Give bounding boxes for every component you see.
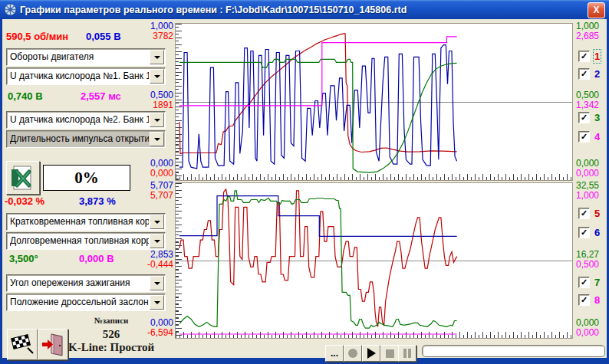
param-select-5[interactable]: Кратковременная топливная коррек: [6, 213, 166, 231]
lower-right-axis-min: 0,0000,000: [576, 318, 608, 338]
lower-chart-y-ticks: [176, 183, 182, 338]
pause-button[interactable]: [398, 345, 416, 362]
trace-4-number: 4: [594, 131, 600, 143]
lower-chart-traces: [176, 183, 571, 336]
upper-right-axis-min: 0,0000,000: [576, 159, 608, 179]
trace-5-toggle[interactable]: ✓ 5: [578, 208, 600, 219]
excel-export-button[interactable]: [6, 161, 40, 195]
app-window: Графики параметров реального времени : F…: [0, 0, 609, 364]
upper-chart-traces: [176, 24, 571, 179]
throttle-value: 0,000 В: [79, 253, 114, 264]
param-select-7[interactable]: Угол опережения зажигания: [6, 274, 166, 292]
window-border-left: [0, 19, 2, 358]
param-select-8[interactable]: Положение дроссельной заслонки №: [6, 293, 166, 311]
upper-chart[interactable]: [175, 23, 573, 181]
lower-left-axis-min: 0,000-6,594: [143, 318, 173, 338]
lower-chart-x-ticks: [176, 332, 572, 338]
app-icon: [4, 3, 17, 16]
upper-right-axis-mid: 0,5001,342: [576, 90, 608, 110]
titlebar[interactable]: Графики параметров реального времени : F…: [0, 0, 609, 19]
checkbox-checked[interactable]: ✓: [578, 294, 590, 306]
record-button[interactable]: [344, 345, 362, 362]
chevron-down-icon[interactable]: [150, 276, 164, 290]
playback-slider[interactable]: [422, 345, 605, 357]
trace-2-number: 2: [594, 68, 600, 80]
excel-icon: [10, 165, 36, 191]
lower-left-axis-max: 5,7075,707: [143, 181, 173, 201]
ignition-advance-value: 3,500°: [9, 253, 38, 264]
checkbox-checked[interactable]: ✓: [578, 277, 590, 288]
more-button[interactable]: ...: [325, 345, 344, 362]
finish-flag-button[interactable]: [7, 329, 38, 360]
checkbox-checked[interactable]: ✓: [578, 131, 590, 143]
trace-1-number: 1: [594, 51, 600, 62]
trace-5-number: 5: [594, 208, 600, 219]
lower-left-axis-mid: 2,853-0,444: [143, 250, 173, 270]
chevron-down-icon[interactable]: [150, 132, 164, 146]
checkbox-checked[interactable]: ✓: [578, 112, 590, 123]
param-select-1[interactable]: Обороты двигателя: [6, 48, 166, 66]
upper-chart-y-ticks: [176, 24, 182, 180]
trace-2-toggle[interactable]: ✓ 2: [578, 68, 600, 80]
kline-status: K-Line: Простой: [46, 341, 176, 354]
upper-left-axis-min: 0,0000,000: [143, 159, 173, 179]
lower-right-axis-max: 32,551,000: [576, 181, 608, 201]
record-icon: [348, 349, 357, 358]
chevron-down-icon[interactable]: [150, 234, 164, 248]
window-title: Графики параметров реального времени : F…: [20, 5, 407, 15]
upper-left-axis-mid: 0,5001891: [143, 90, 173, 110]
trace-4-toggle[interactable]: ✓ 4: [578, 131, 600, 143]
param-select-3[interactable]: U датчика кислорода №2. Банк 1: [6, 111, 166, 129]
injector-pulse-value: 2,557 мс: [81, 90, 121, 102]
checkbox-checked[interactable]: ✓: [578, 68, 590, 80]
o2-bank1-value: 0,055 В: [86, 31, 121, 42]
upper-right-axis-max: 1,0002,685: [576, 21, 608, 41]
stft-value: -0,032 %: [5, 195, 44, 207]
upper-left-axis-max: 1,0003782: [143, 21, 173, 41]
close-button[interactable]: X: [588, 2, 605, 18]
trace-6-toggle[interactable]: ✓ 6: [578, 227, 600, 238]
trace-7-toggle[interactable]: ✓ 7: [578, 277, 600, 288]
stop-button[interactable]: [380, 345, 399, 362]
trace-3-number: 3: [594, 112, 600, 123]
chevron-down-icon[interactable]: [150, 295, 164, 310]
checkbox-checked[interactable]: ✓: [578, 227, 590, 238]
param-select-6[interactable]: Долговременная топливная коррекц: [6, 232, 166, 250]
trace-8-number: 8: [594, 294, 600, 306]
o2-bank2-value: 0,740 В: [8, 90, 43, 102]
trace-7-number: 7: [594, 277, 600, 288]
chevron-down-icon[interactable]: [150, 113, 164, 127]
param-select-2[interactable]: U датчика кислорода №1. Банк 1: [6, 67, 166, 85]
stop-icon: [386, 349, 394, 358]
lower-right-axis-mid: 16,270,500: [576, 250, 608, 270]
play-icon: [367, 348, 376, 359]
lower-chart[interactable]: [175, 182, 573, 339]
ltft-value: 3,873 %: [79, 195, 116, 207]
rpm-value: 590,5 об/мин: [6, 31, 68, 42]
trace-6-number: 6: [594, 227, 600, 238]
trace-3-toggle[interactable]: ✓ 3: [578, 112, 600, 123]
trace-8-toggle[interactable]: ✓ 8: [578, 294, 600, 306]
upper-chart-x-ticks: [176, 174, 572, 180]
checkbox-checked[interactable]: ✓: [578, 51, 590, 62]
pause-icon: [403, 349, 411, 358]
chevron-down-icon[interactable]: [150, 215, 164, 229]
chevron-down-icon[interactable]: [150, 50, 164, 64]
play-button[interactable]: [362, 345, 380, 362]
window-border-bottom: [0, 358, 609, 364]
checkered-flag-icon: [10, 333, 35, 357]
checkbox-checked[interactable]: ✓: [578, 208, 590, 219]
progress-indicator: 0%: [43, 165, 130, 191]
param-select-4[interactable]: Длительность импульса открытия ф: [6, 130, 166, 148]
trace-1-toggle[interactable]: ✓ 1: [578, 51, 600, 62]
chevron-down-icon[interactable]: [150, 69, 164, 84]
